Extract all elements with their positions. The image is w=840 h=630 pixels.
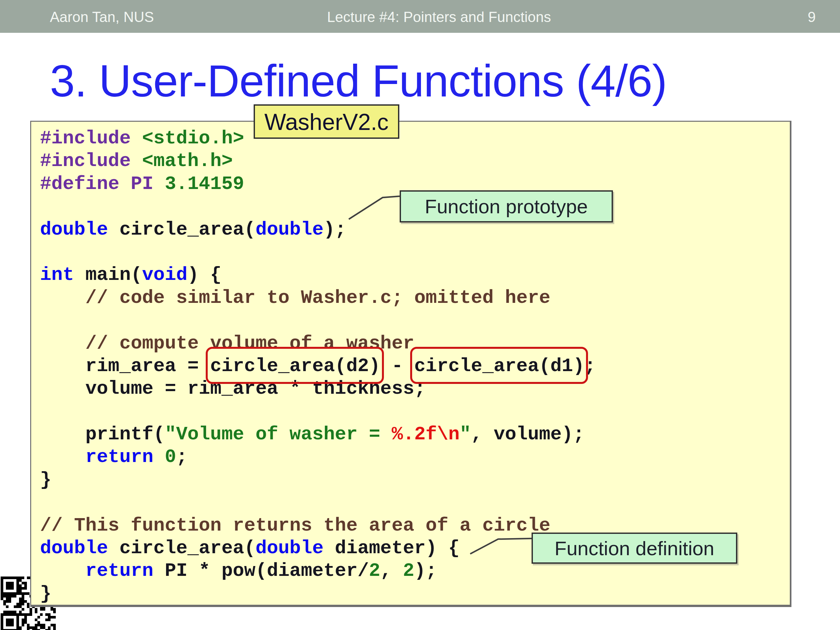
header-bar: Aaron Tan, NUS Lecture #4: Pointers and … <box>0 0 840 33</box>
code-line: // compute volume of a washer <box>40 332 786 355</box>
highlighted-call: circle_area(d2) <box>210 355 380 377</box>
code-line: } <box>40 583 786 605</box>
code-line: printf("Volume of washer = %.2f\n", volu… <box>40 423 786 445</box>
code-line: int main(void) { <box>40 264 786 286</box>
header-author: Aaron Tan, NUS <box>50 0 154 33</box>
code-line <box>40 400 786 423</box>
code-line: } <box>40 469 786 491</box>
code-line <box>40 309 786 332</box>
callout-function-prototype: Function prototype <box>399 190 613 223</box>
code-line: volume = rim_area * thickness; <box>40 377 786 400</box>
filename-tab: WasherV2.c <box>254 104 399 139</box>
code-line: rim_area = circle_area(d2) - circle_area… <box>40 355 786 377</box>
code-line: #include <stdio.h> <box>40 127 786 150</box>
code-line <box>40 491 786 514</box>
header-page-number: 9 <box>808 0 816 33</box>
callout-function-definition: Function definition <box>532 532 737 564</box>
code-line: // code similar to Washer.c; omitted her… <box>40 286 786 309</box>
header-lecture-title: Lecture #4: Pointers and Functions <box>327 0 551 33</box>
code-line: return 0; <box>40 445 786 468</box>
code-line <box>40 241 786 264</box>
slide: { "header": { "author": "Aaron Tan, NUS"… <box>0 0 840 630</box>
code-line: #include <math.h> <box>40 150 786 172</box>
highlighted-call: circle_area(d1) <box>414 355 584 377</box>
slide-title: 3. User-Defined Functions (4/6) <box>50 55 667 107</box>
